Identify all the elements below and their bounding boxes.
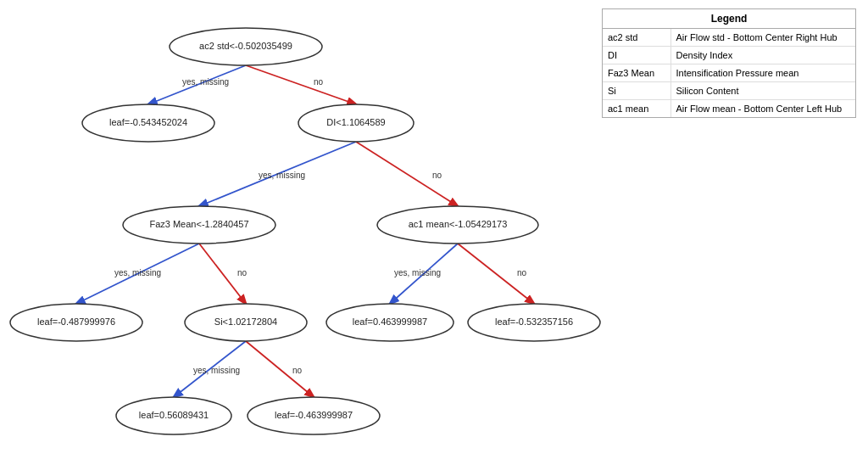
node-label: leaf=-0.543452024	[109, 117, 187, 127]
legend-row: DIDensity Index	[603, 47, 855, 64]
legend-full: Silicon Content	[670, 82, 855, 100]
tree-node: leaf=-0.487999976	[10, 304, 142, 341]
edge-label: no	[432, 171, 442, 180]
edge-label: yes, missing	[259, 171, 305, 180]
tree-node: ac1 mean<-1.05429173	[377, 206, 538, 244]
edge-label: no	[314, 77, 324, 87]
legend-abbr: Faz3 Mean	[603, 64, 670, 82]
legend-full: Air Flow mean - Bottom Center Left Hub	[670, 100, 855, 118]
decision-tree-svg: yes, missingnoyes, missingnoyes, missing…	[0, 0, 610, 465]
node-label: ac1 mean<-1.05429173	[409, 219, 508, 229]
node-label: leaf=-0.487999976	[37, 317, 115, 327]
legend-row: Faz3 MeanIntensification Pressure mean	[603, 64, 855, 82]
legend-title: Legend	[603, 9, 855, 29]
node-label: ac2 std<-0.502035499	[199, 41, 292, 51]
tree-node: Si<1.02172804	[185, 304, 307, 341]
tree-node: DI<1.1064589	[298, 104, 414, 142]
tree-edge	[356, 142, 458, 206]
tree-edge	[246, 341, 314, 397]
tree-edge	[246, 65, 356, 104]
tree-node: leaf=-0.532357156	[468, 304, 600, 341]
legend-row: ac1 meanAir Flow mean - Bottom Center Le…	[603, 100, 855, 118]
legend-abbr: ac2 std	[603, 29, 670, 47]
legend-row: SiSilicon Content	[603, 82, 855, 100]
node-label: Faz3 Mean<-1.2840457	[149, 219, 248, 229]
edge-label: yes, missing	[394, 268, 441, 277]
node-label: DI<1.1064589	[326, 117, 385, 127]
legend-full: Density Index	[670, 47, 855, 64]
tree-node: Faz3 Mean<-1.2840457	[123, 206, 275, 244]
legend-table: ac2 stdAir Flow std - Bottom Center Righ…	[603, 29, 855, 117]
node-label: leaf=0.463999987	[353, 317, 427, 327]
tree-node: leaf=-0.463999987	[248, 397, 380, 434]
tree-node: leaf=-0.543452024	[82, 104, 214, 142]
node-label: leaf=-0.532357156	[495, 317, 573, 327]
edge-label: yes, missing	[114, 268, 161, 277]
edge-label: yes, missing	[182, 77, 229, 87]
legend-abbr: DI	[603, 47, 670, 64]
edge-label: no	[292, 366, 303, 375]
edge-label: yes, missing	[193, 366, 240, 375]
legend-full: Air Flow std - Bottom Center Right Hub	[670, 29, 855, 47]
node-label: Si<1.02172804	[214, 317, 277, 327]
tree-node: ac2 std<-0.502035499	[170, 28, 322, 65]
legend-full: Intensification Pressure mean	[670, 64, 855, 82]
legend-abbr: Si	[603, 82, 670, 100]
edge-label: no	[517, 268, 527, 277]
legend-panel: Legend ac2 stdAir Flow std - Bottom Cent…	[602, 8, 856, 118]
tree-node: leaf=0.463999987	[326, 304, 453, 341]
tree-node: leaf=0.56089431	[116, 397, 231, 434]
tree-diagram: yes, missingnoyes, missingnoyes, missing…	[0, 0, 610, 465]
legend-abbr: ac1 mean	[603, 100, 670, 118]
node-label: leaf=-0.463999987	[275, 410, 353, 420]
node-label: leaf=0.56089431	[139, 410, 209, 420]
legend-row: ac2 stdAir Flow std - Bottom Center Righ…	[603, 29, 855, 47]
edge-label: no	[237, 268, 248, 277]
